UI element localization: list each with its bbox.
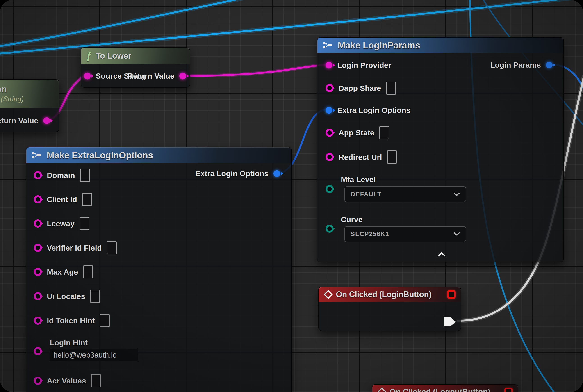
pin-label: Ui Locales xyxy=(47,292,85,301)
chevron-down-icon xyxy=(454,232,460,236)
event-icon xyxy=(377,388,386,392)
param-row-extra-login-options: Extra Login Options xyxy=(326,106,410,115)
pin-label: Extra Login Options xyxy=(195,169,268,178)
event-icon xyxy=(324,290,333,299)
id-token-hint-checkbox[interactable] xyxy=(100,314,110,327)
id-token-hint-pin[interactable] xyxy=(34,316,42,325)
return-value-pin[interactable] xyxy=(179,72,186,79)
pin-label: Login Params xyxy=(490,60,541,70)
curve-dropdown[interactable]: SECP256K1 xyxy=(344,226,466,242)
login-provider-pin[interactable] xyxy=(326,62,332,68)
pin-label: App State xyxy=(338,128,374,137)
leeway-pin[interactable] xyxy=(34,220,42,228)
pin-label: Dapp Share xyxy=(338,84,381,92)
param-row-dapp-share: Dapp Share xyxy=(326,82,396,94)
node-title: On Clicked (LoginButton) xyxy=(336,290,432,299)
client-id-pin[interactable] xyxy=(34,195,42,204)
ui-locales-pin[interactable] xyxy=(34,292,42,300)
domain-pin[interactable] xyxy=(34,171,42,179)
pin-label: Return Value xyxy=(128,72,174,80)
login-params-out-row: Login Params xyxy=(490,60,552,70)
chevron-down-icon xyxy=(454,192,460,196)
pin-label: Domain xyxy=(47,171,75,180)
param-row-max-age: Max Age xyxy=(34,266,93,278)
blueprint-graph-canvas[interactable]: tion ox (String) eturn Value ƒ To Lower … xyxy=(0,0,583,392)
param-row-leeway: Leeway xyxy=(34,217,90,230)
node-title: To Lower xyxy=(96,51,131,60)
node-subtitle-fragment: ox (String) xyxy=(0,95,24,103)
node-title: On Clicked (LogoutButton) xyxy=(390,387,490,392)
pin-label: Acr Values xyxy=(47,376,86,385)
ui-locales-checkbox[interactable] xyxy=(90,290,100,303)
pin-label: Leeway xyxy=(47,219,74,228)
dapp-share-checkbox[interactable] xyxy=(386,82,396,94)
verifier-id-field-pin[interactable] xyxy=(34,244,42,252)
curve-pin[interactable] xyxy=(326,224,334,233)
param-row-redirect-url: Redirect Url xyxy=(326,150,397,164)
node-onclicked-logoutbutton[interactable]: On Clicked (LogoutButton) xyxy=(372,384,518,392)
pin-label: eturn Value xyxy=(0,116,38,125)
redirect-url-checkbox[interactable] xyxy=(387,150,397,164)
domain-checkbox[interactable] xyxy=(80,169,90,182)
client-id-checkbox[interactable] xyxy=(82,193,92,206)
param-row-verifier-id-field: Verifier Id Field xyxy=(34,241,117,254)
mfa-level-label: Mfa Level xyxy=(341,175,376,184)
function-icon: ƒ xyxy=(86,51,92,61)
return-value-row: Return Value xyxy=(128,72,186,80)
param-row-acr-values: Acr Values xyxy=(34,374,101,387)
node-title-fragment: tion xyxy=(0,84,7,94)
param-row-client-id: Client Id xyxy=(34,193,92,206)
mfa-level-dropdown[interactable]: DEFAULT xyxy=(344,186,466,202)
node-make-loginparams[interactable]: Make LoginParams Login Provider Dapp Sha… xyxy=(317,37,564,262)
param-row-ui-locales: Ui Locales xyxy=(34,290,100,303)
login-hint-pin[interactable] xyxy=(34,347,42,355)
param-row-login-provider: Login Provider xyxy=(326,61,391,70)
mfa-level-pin[interactable] xyxy=(326,185,334,193)
curve-label: Curve xyxy=(341,215,362,224)
string-output-pin[interactable] xyxy=(43,117,50,124)
curve-value: SECP256K1 xyxy=(351,231,389,238)
leeway-checkbox[interactable] xyxy=(80,217,90,230)
verifier-id-field-checkbox[interactable] xyxy=(107,241,117,254)
collapse-chevron-icon[interactable] xyxy=(438,252,445,256)
debug-stop-icon[interactable] xyxy=(447,290,456,299)
extra-login-options-pin[interactable] xyxy=(326,107,332,114)
param-row-id-token-hint: Id Token Hint xyxy=(34,314,110,327)
pin-label: Login Provider xyxy=(337,61,391,70)
node-onclicked-loginbutton[interactable]: On Clicked (LoginButton) xyxy=(318,286,461,331)
dapp-share-pin[interactable] xyxy=(326,84,334,92)
app-state-checkbox[interactable] xyxy=(379,126,389,139)
node-title: Make ExtraLoginOptions xyxy=(47,150,153,161)
param-row-app-state: App State xyxy=(326,126,389,139)
acr-values-pin[interactable] xyxy=(34,377,42,385)
node-title: Make LoginParams xyxy=(338,40,420,51)
mfa-level-value: DEFAULT xyxy=(351,191,382,198)
param-row-domain: Domain xyxy=(34,169,90,182)
app-state-pin[interactable] xyxy=(326,129,334,137)
exec-output-pin[interactable] xyxy=(444,316,456,327)
pin-label: Redirect Url xyxy=(338,153,382,162)
pin-label: Max Age xyxy=(47,268,78,276)
pin-label: Extra Login Options xyxy=(337,106,410,115)
max-age-checkbox[interactable] xyxy=(83,266,93,278)
make-struct-icon xyxy=(322,41,334,50)
login-hint-label: Login Hint xyxy=(50,338,88,347)
node-string-source-partial[interactable]: tion ox (String) eturn Value xyxy=(0,79,60,132)
node-to-lower[interactable]: ƒ To Lower Source String Return Value xyxy=(81,47,190,88)
extra-login-options-output-pin[interactable] xyxy=(274,170,280,177)
return-value-row: eturn Value xyxy=(0,116,50,125)
pin-label: Client Id xyxy=(47,195,77,204)
source-string-pin[interactable] xyxy=(84,72,91,79)
pin-label: Verifier Id Field xyxy=(47,244,102,252)
make-struct-icon xyxy=(31,151,42,160)
pin-label: Id Token Hint xyxy=(47,316,95,325)
node-make-extraloginoptions[interactable]: Make ExtraLoginOptions Domain Client Id … xyxy=(26,147,292,392)
extra-login-options-out-row: Extra Login Options xyxy=(195,169,280,178)
debug-stop-icon[interactable] xyxy=(504,388,513,392)
login-hint-input[interactable] xyxy=(50,349,138,361)
login-params-output-pin[interactable] xyxy=(546,62,552,68)
redirect-url-pin[interactable] xyxy=(326,153,334,161)
max-age-pin[interactable] xyxy=(34,268,42,276)
acr-values-checkbox[interactable] xyxy=(91,374,101,387)
